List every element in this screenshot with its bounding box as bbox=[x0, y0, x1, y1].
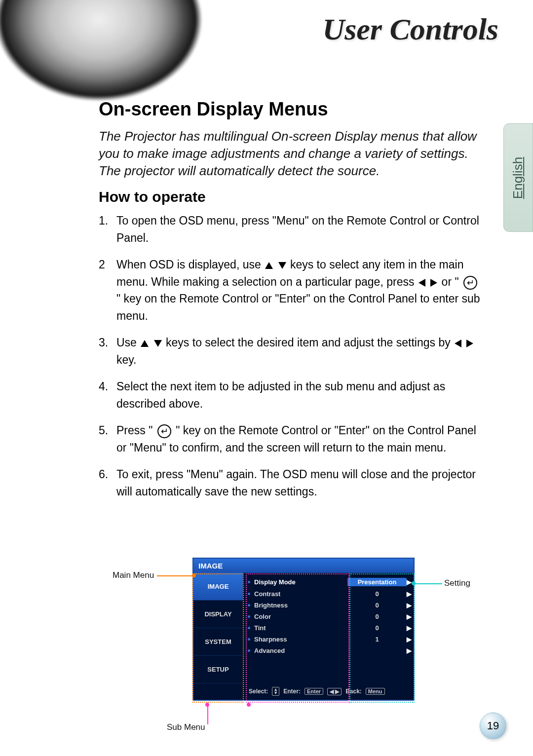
bullet-icon bbox=[248, 604, 250, 606]
osd-footer-select: Select: bbox=[249, 688, 268, 695]
osd-row-value: Presentation bbox=[347, 578, 407, 586]
osd-tab-system: SYSTEM bbox=[193, 628, 243, 656]
step-2-text-d: " key on the Remote Control or "Enter" o… bbox=[116, 292, 480, 322]
leftright-keys-icon: ◀ ▶ bbox=[327, 688, 342, 695]
chevron-right-icon: ▶ bbox=[407, 647, 412, 654]
menu-key-label: Menu bbox=[366, 688, 385, 695]
osd-row: Advanced▶ bbox=[248, 645, 412, 656]
step-2-text-a: When OSD is displayed, use bbox=[116, 258, 264, 271]
osd-footer-back: Back: bbox=[345, 688, 362, 695]
step-3-text-b: keys to select the desired item and adju… bbox=[166, 336, 454, 349]
chevron-right-icon: ▶ bbox=[407, 636, 412, 643]
bullet-icon bbox=[248, 581, 250, 583]
enter-key-icon bbox=[463, 276, 477, 290]
osd-title-bar: IMAGE bbox=[193, 559, 414, 573]
osd-row: Sharpness1▶ bbox=[248, 634, 412, 645]
callout-setting: Setting bbox=[444, 578, 470, 588]
osd-row-value: 0 bbox=[347, 613, 407, 620]
down-arrow-icon bbox=[278, 262, 286, 269]
chevron-right-icon: ▶ bbox=[407, 590, 412, 598]
osd-row-label: Tint bbox=[254, 624, 347, 632]
language-label: English bbox=[511, 156, 526, 198]
callout-sub-menu: Sub Menu bbox=[167, 722, 205, 732]
osd-tab-setup: SETUP bbox=[193, 656, 243, 683]
osd-row: Color0▶ bbox=[248, 611, 412, 622]
page-number: 19 bbox=[480, 713, 506, 739]
chevron-right-icon: ▶ bbox=[407, 602, 412, 609]
osd-row-value: 1 bbox=[347, 636, 407, 643]
callout-line-sub bbox=[207, 724, 208, 725]
osd-screenshot: IMAGE IMAGE DISPLAY SYSTEM SETUP Display… bbox=[192, 558, 415, 701]
chevron-right-icon: ▶ bbox=[407, 578, 412, 586]
right-arrow-icon bbox=[466, 340, 473, 347]
enter-key-label: Enter bbox=[305, 688, 323, 695]
osd-row-value: 0 bbox=[347, 602, 407, 609]
osd-row-value: 0 bbox=[347, 590, 407, 598]
bullet-icon bbox=[248, 615, 250, 618]
callout-line-setting bbox=[415, 583, 442, 584]
left-arrow-icon bbox=[455, 340, 461, 347]
bullet-icon bbox=[248, 593, 250, 595]
osd-footer: Select: ▲▼ Enter: Enter ◀ ▶ Back: Menu bbox=[248, 685, 412, 698]
section-heading: On-screen Display Menus bbox=[99, 99, 484, 120]
osd-row-label: Sharpness bbox=[254, 636, 347, 643]
right-arrow-icon bbox=[430, 279, 437, 287]
step-3-text-a: Use bbox=[116, 336, 140, 349]
up-arrow-icon bbox=[141, 340, 149, 347]
bullet-icon bbox=[248, 649, 250, 652]
osd-row: Brightness0▶ bbox=[248, 600, 412, 611]
step-3: Use keys to select the desired item and … bbox=[99, 334, 484, 368]
step-2-text-c: or " bbox=[442, 275, 462, 288]
step-5-text-a: Press " bbox=[116, 424, 156, 437]
bullet-icon bbox=[248, 627, 250, 629]
section-intro: The Projector has multilingual On-screen… bbox=[99, 128, 484, 180]
enter-key-icon bbox=[157, 424, 171, 438]
down-arrow-icon bbox=[154, 340, 162, 347]
osd-row-value: 0 bbox=[347, 624, 407, 632]
up-arrow-icon bbox=[265, 262, 273, 269]
language-tab: English bbox=[503, 123, 533, 232]
osd-tab-image: IMAGE bbox=[193, 573, 243, 601]
callout-dot bbox=[192, 573, 196, 577]
step-2: When OSD is displayed, use keys to selec… bbox=[99, 256, 484, 324]
osd-row-label: Brightness bbox=[254, 602, 347, 609]
step-5: Press " " key on the Remote Control or "… bbox=[99, 422, 484, 456]
osd-row-label: Display Mode bbox=[254, 578, 347, 586]
osd-row: Tint0▶ bbox=[248, 622, 412, 634]
callout-dot bbox=[247, 703, 251, 707]
step-1: To open the OSD menu, press "Menu" on th… bbox=[99, 212, 484, 246]
osd-footer-enter: Enter: bbox=[283, 688, 301, 695]
osd-main-menu: IMAGE DISPLAY SYSTEM SETUP bbox=[193, 573, 243, 700]
chevron-right-icon: ▶ bbox=[407, 613, 412, 620]
callout-line-main bbox=[157, 575, 192, 576]
page-header-title: User Controls bbox=[322, 12, 498, 47]
osd-row-label: Color bbox=[254, 613, 347, 620]
step-3-text-c: key. bbox=[116, 353, 136, 366]
left-arrow-icon bbox=[419, 279, 425, 287]
osd-row-label: Contrast bbox=[254, 590, 347, 598]
callout-dot bbox=[412, 581, 416, 585]
steps-list: To open the OSD menu, press "Menu" on th… bbox=[99, 212, 484, 500]
callout-dot bbox=[205, 703, 209, 707]
subsection-heading: How to operate bbox=[99, 189, 484, 205]
step-4: Select the next item to be adjusted in t… bbox=[99, 378, 484, 412]
chevron-right-icon: ▶ bbox=[407, 624, 412, 632]
osd-row-label: Advanced bbox=[254, 647, 347, 654]
callout-main-menu: Main Menu bbox=[113, 570, 154, 580]
osd-tab-display: DISPLAY bbox=[193, 601, 243, 628]
bullet-icon bbox=[248, 638, 250, 641]
osd-row: Contrast0▶ bbox=[248, 588, 412, 600]
osd-sub-menu: Display ModePresentation▶Contrast0▶Brigh… bbox=[243, 573, 414, 700]
updown-keys-icon: ▲▼ bbox=[272, 687, 279, 696]
callout-line-sub-v bbox=[207, 705, 208, 724]
osd-row: Display ModePresentation▶ bbox=[248, 576, 412, 588]
step-6: To exit, press "Menu" again. The OSD men… bbox=[99, 466, 484, 500]
